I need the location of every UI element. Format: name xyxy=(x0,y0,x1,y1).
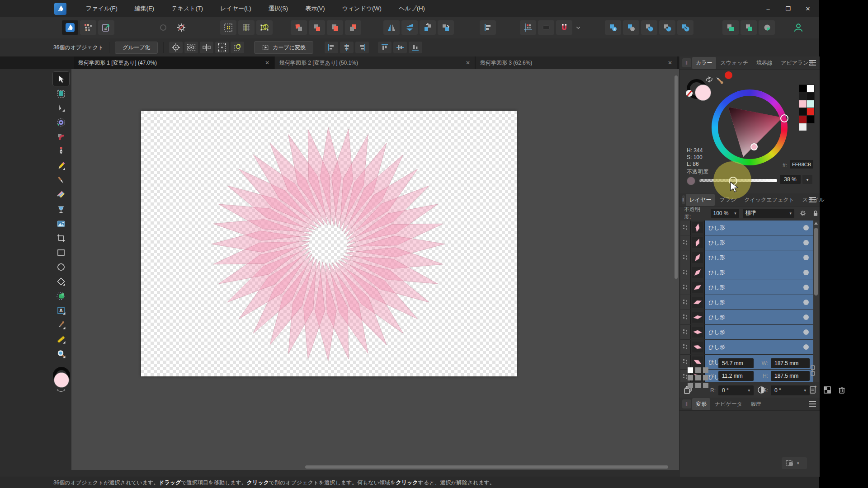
place-image-tool[interactable] xyxy=(53,216,69,230)
x-field[interactable]: 54.7 mm xyxy=(718,358,754,368)
snap-grid-button[interactable] xyxy=(520,20,536,35)
artboard[interactable] xyxy=(141,111,517,376)
layer-grip-icon[interactable] xyxy=(680,250,690,265)
layer-grip-icon[interactable] xyxy=(680,340,690,354)
menu-item-2[interactable]: テキスト(T) xyxy=(163,0,212,17)
maximize-button[interactable]: ❐ xyxy=(781,3,795,14)
layer-row[interactable]: ひし形 xyxy=(680,295,813,310)
pixel-persona-button[interactable] xyxy=(80,20,96,35)
export-persona-button[interactable] xyxy=(98,20,114,35)
panel-drag-handle[interactable]: ‖ xyxy=(682,58,691,67)
bool-blue-sub-button[interactable]: − xyxy=(623,20,639,35)
layer-grip-icon[interactable] xyxy=(680,325,690,339)
blend-mode-select[interactable]: 標準▾ xyxy=(743,209,794,218)
layer-thumbnail[interactable] xyxy=(690,310,705,324)
layer-visibility-toggle[interactable] xyxy=(803,240,809,245)
convert-to-curves-button[interactable]: カーブに変換 xyxy=(254,41,313,54)
magnet-button[interactable] xyxy=(556,20,572,35)
swatch[interactable] xyxy=(807,100,815,108)
y-field[interactable]: 11.2 mm xyxy=(718,371,754,381)
layer-thumbnail[interactable] xyxy=(690,250,705,265)
vector-brush-tool[interactable] xyxy=(53,188,69,202)
rotate-ccw-button[interactable] xyxy=(420,20,436,35)
layer-grip-icon[interactable] xyxy=(680,265,690,280)
bool-red-1-button[interactable] xyxy=(291,20,307,35)
fill-chip[interactable] xyxy=(54,372,69,388)
color-picker-tool[interactable] xyxy=(53,318,69,332)
opacity-slider[interactable] xyxy=(699,179,777,182)
swatch[interactable] xyxy=(807,108,815,116)
crop-tool[interactable] xyxy=(53,231,69,245)
color-picker-icon[interactable] xyxy=(713,74,725,85)
document-tab-3[interactable]: 幾何学図形 3 (62.6%)✕ xyxy=(476,56,677,69)
menu-item-1[interactable]: 編集(E) xyxy=(126,0,163,17)
ctx-divide-button[interactable] xyxy=(200,42,213,53)
align-al-r-button[interactable] xyxy=(355,42,369,53)
transform-panel-menu-icon[interactable] xyxy=(809,401,816,407)
layer-visibility-toggle[interactable] xyxy=(803,270,809,275)
ctx-cycle-button[interactable] xyxy=(169,42,183,53)
layer-grip-icon[interactable] xyxy=(680,295,690,310)
color-tab[interactable]: カラー xyxy=(692,57,716,69)
layer-grip-icon[interactable] xyxy=(680,280,690,295)
chevron-down-sm-button[interactable] xyxy=(574,20,582,35)
panel-drag-handle[interactable]: ‖ xyxy=(682,399,691,408)
minimize-button[interactable]: – xyxy=(761,3,775,14)
hue-selector[interactable] xyxy=(780,114,788,122)
layer-grip-icon[interactable] xyxy=(680,310,690,324)
menu-item-3[interactable]: レイヤー(L) xyxy=(212,0,260,17)
layer-visibility-toggle[interactable] xyxy=(803,300,809,305)
align-al-b-button[interactable] xyxy=(409,42,422,53)
flower-artwork[interactable] xyxy=(141,111,517,376)
close-button[interactable]: ✕ xyxy=(801,3,815,14)
swatch[interactable] xyxy=(807,84,815,93)
history-dim-button[interactable] xyxy=(155,20,171,35)
layer-opacity-field[interactable]: 100 %▾ xyxy=(711,209,739,218)
menu-item-5[interactable]: 表示(V) xyxy=(297,0,333,17)
swatch[interactable] xyxy=(799,123,807,131)
swatch[interactable] xyxy=(807,92,815,100)
point-transform-tool[interactable] xyxy=(53,115,69,129)
layers-tab[interactable]: レイヤー xyxy=(686,194,715,206)
grid-dashed-button[interactable] xyxy=(220,20,236,35)
canvas-area[interactable] xyxy=(71,69,679,470)
designer-persona-button[interactable] xyxy=(62,20,78,35)
layer-thumbnail[interactable] xyxy=(690,340,705,354)
layer-grip-icon[interactable] xyxy=(680,221,690,235)
asset-gear-button[interactable] xyxy=(173,20,189,35)
pen-tool[interactable] xyxy=(53,144,69,158)
layer-row[interactable]: ひし形 xyxy=(680,340,813,354)
layer-row[interactable]: ひし形 xyxy=(680,310,813,324)
flip-v-button[interactable] xyxy=(401,20,418,35)
person-button[interactable] xyxy=(790,20,807,35)
document-tab-1[interactable]: 幾何学図形 1 [変更あり] (47.0%)✕ xyxy=(74,56,274,69)
shade-selector[interactable] xyxy=(750,143,758,150)
menu-item-0[interactable]: ファイル(F) xyxy=(77,0,126,17)
bool-red-2-button[interactable] xyxy=(309,20,325,35)
layer-visibility-toggle[interactable] xyxy=(803,255,809,260)
ctx-rotatebox-button[interactable] xyxy=(231,42,244,53)
align-al-t-button[interactable] xyxy=(378,42,392,53)
r-field[interactable]: 0 °▾ xyxy=(718,385,754,395)
measure-tool[interactable] xyxy=(53,332,69,346)
bool-blue-div-button[interactable] xyxy=(677,20,693,35)
bool-blue-int-button[interactable] xyxy=(641,20,657,35)
layer-list-scrollbar[interactable] xyxy=(813,221,819,382)
ctx-eye-button[interactable] xyxy=(184,42,198,53)
layer-visibility-toggle[interactable] xyxy=(803,314,809,320)
bool-red-4-button[interactable] xyxy=(345,20,361,35)
text-tool[interactable]: A xyxy=(53,303,69,317)
insert-3-button[interactable] xyxy=(759,20,775,35)
layer-thumbnail[interactable] xyxy=(690,325,705,339)
layer-row[interactable]: ひし形 xyxy=(680,235,813,250)
marquee-tool[interactable]: + xyxy=(53,86,69,100)
transform-mode-button[interactable]: ▾ xyxy=(782,457,807,469)
rotate-cw-button[interactable] xyxy=(438,20,454,35)
tools-stroke-fill-selector[interactable] xyxy=(51,367,71,393)
color-panel-menu-icon[interactable] xyxy=(809,60,816,66)
layer-row[interactable]: ひし形 xyxy=(680,250,813,265)
zoom-tool-icon-tool[interactable] xyxy=(53,347,69,361)
color-wheel[interactable] xyxy=(712,89,788,165)
layer-visibility-toggle[interactable] xyxy=(803,344,809,350)
opacity-dropdown-icon[interactable]: ▾ xyxy=(802,175,812,184)
